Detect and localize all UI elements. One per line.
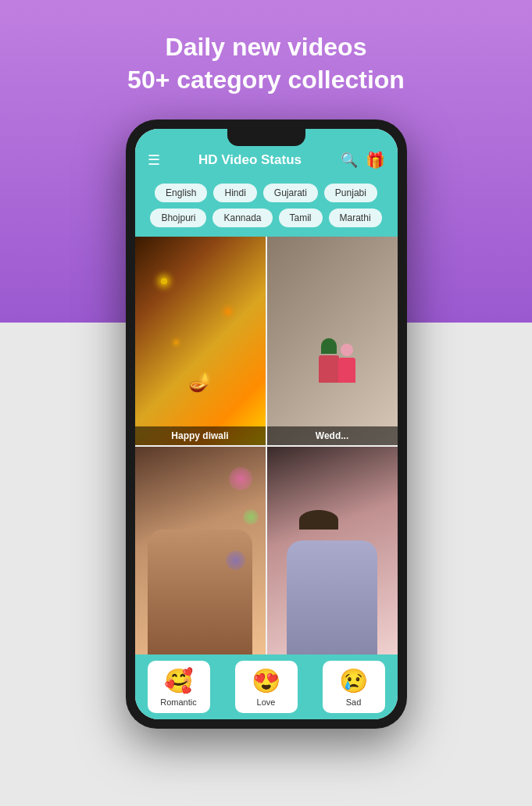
wedding-thumbnail <box>267 237 398 445</box>
menu-icon[interactable]: ☰ <box>148 152 160 169</box>
video-card-girl1[interactable] <box>135 447 266 655</box>
love-emoji: 😍 <box>252 667 280 694</box>
lang-chip-tamil[interactable]: Tamil <box>279 209 323 227</box>
love-label: Love <box>257 697 276 707</box>
lang-chip-gujarati[interactable]: Gujarati <box>263 184 318 202</box>
language-row-1: English Hindi Gujarati Punjabi <box>145 184 388 202</box>
video-card-girl2[interactable] <box>267 447 398 655</box>
sad-emoji: 😢 <box>339 667 368 694</box>
language-row-2: Bhojpuri Kannada Tamil Marathi <box>145 209 388 227</box>
lang-chip-bhojpuri[interactable]: Bhojpuri <box>150 209 206 227</box>
video-card-wedding[interactable]: Wedd... <box>267 237 398 445</box>
app-title: HD Video Status <box>198 152 302 168</box>
emoji-section: 🥰 Romantic 😍 Love 😢 Sad <box>135 654 398 719</box>
girl1-thumbnail <box>135 447 266 655</box>
video-row-2 <box>135 447 398 655</box>
girl2-thumbnail <box>267 447 398 655</box>
phone-screen: ☰ HD Video Status 🔍 🎁 English Hindi Guja… <box>135 129 398 719</box>
romantic-label: Romantic <box>160 697 196 707</box>
lang-chip-english[interactable]: English <box>155 184 207 202</box>
lang-chip-marathi[interactable]: Marathi <box>329 209 382 227</box>
video-card-diwali[interactable]: 🪔 Happy diwali <box>135 237 266 445</box>
emoji-card-love[interactable]: 😍 Love <box>235 661 298 713</box>
header-line1: Daily new videos <box>166 33 367 61</box>
lang-chip-punjabi[interactable]: Punjabi <box>324 184 377 202</box>
lang-chip-hindi[interactable]: Hindi <box>213 184 256 202</box>
phone-frame: ☰ HD Video Status 🔍 🎁 English Hindi Guja… <box>126 119 407 729</box>
lang-chip-kannada[interactable]: Kannada <box>212 209 272 227</box>
video-row-1: 🪔 Happy diwali <box>135 237 398 445</box>
header-line2: 50+ category collection <box>127 66 405 94</box>
emoji-card-sad[interactable]: 😢 Sad <box>323 661 385 713</box>
diwali-thumbnail: 🪔 <box>135 237 266 445</box>
phone-mockup: ☰ HD Video Status 🔍 🎁 English Hindi Guja… <box>126 119 407 729</box>
promo-header: Daily new videos 50+ category collection <box>112 0 420 112</box>
app-bar: ☰ HD Video Status 🔍 🎁 <box>135 129 398 177</box>
emoji-card-romantic[interactable]: 🥰 Romantic <box>148 661 210 713</box>
search-icon[interactable]: 🔍 <box>341 152 358 169</box>
sad-label: Sad <box>346 697 362 707</box>
video-grid: 🪔 Happy diwali <box>135 237 398 654</box>
romantic-emoji: 🥰 <box>164 667 193 694</box>
gift-icon[interactable]: 🎁 <box>366 151 385 169</box>
app-bar-actions: 🔍 🎁 <box>341 151 385 169</box>
diwali-label: Happy diwali <box>135 426 266 445</box>
language-section: English Hindi Gujarati Punjabi Bhojpuri … <box>135 177 398 237</box>
wedding-label: Wedd... <box>267 426 398 445</box>
